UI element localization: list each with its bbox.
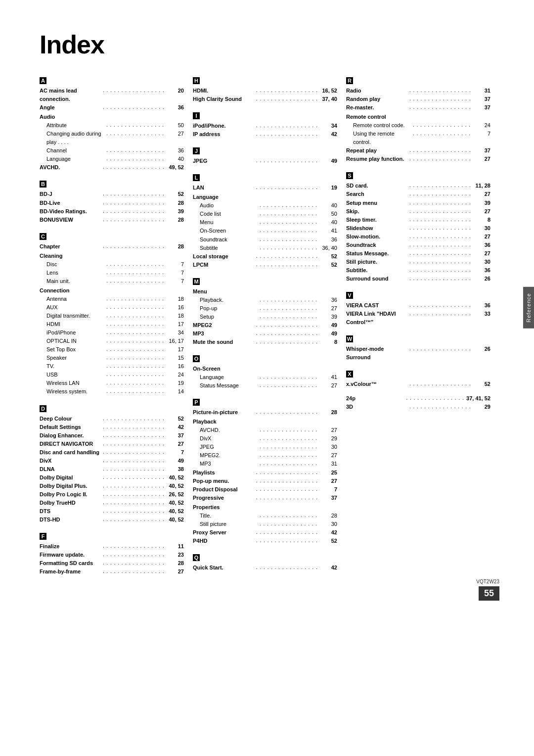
entry-dots: . . . . . . . . . . . . . . . . . . . . bbox=[260, 236, 318, 244]
entry-page: 27 bbox=[319, 426, 337, 434]
index-entry: 3D . . . . . . . . . . . . . . . . . . .… bbox=[346, 403, 490, 411]
entry-page: 11, 28 bbox=[473, 182, 490, 190]
index-entry: Firmware update. . . . . . . . . . . . .… bbox=[40, 551, 184, 559]
entry-dots: . . . . . . . . . . . . . . . . . . . . bbox=[256, 494, 318, 502]
entry-label: Speaker bbox=[40, 354, 105, 362]
entry-label: Channel bbox=[40, 146, 105, 155]
entry-page: 37 bbox=[319, 494, 337, 502]
entry-dots: . . . . . . . . . . . . . . . . . . . . bbox=[103, 207, 165, 216]
entry-label: Code list bbox=[193, 210, 259, 218]
entry-dots: . . . . . . . . . . . . . . . . . . . . bbox=[256, 95, 318, 103]
entry-dots: . . . . . . . . . . . . . . . . . . . . bbox=[103, 507, 165, 516]
entry-page: 36 bbox=[473, 241, 490, 249]
entry-page: 30 bbox=[319, 443, 337, 451]
index-entry: Attribute . . . . . . . . . . . . . . . … bbox=[40, 121, 184, 130]
entry-page: 14 bbox=[166, 387, 184, 396]
entry-dots: . . . . . . . . . . . . . . . . . . . . bbox=[103, 457, 165, 465]
entry-page: 27 bbox=[473, 207, 490, 216]
index-entry: x.vColour™ . . . . . . . . . . . . . . .… bbox=[346, 380, 490, 388]
entry-page: 28 bbox=[166, 559, 184, 567]
entry-page: 24 bbox=[473, 121, 490, 130]
entry-page: 27 bbox=[319, 304, 337, 313]
entry-dots: . . . . . . . . . . . . . . . . . . . . bbox=[409, 403, 472, 411]
entry-page: 50 bbox=[319, 210, 337, 218]
index-entry: iPod/iPhone. . . . . . . . . . . . . . .… bbox=[193, 122, 337, 130]
index-entry: Disc and card handling . . . . . . . . .… bbox=[40, 448, 184, 457]
entry-label: LPCM bbox=[193, 261, 255, 269]
page-footer: VQT2W23 55 bbox=[476, 579, 499, 601]
entry-label: DTS bbox=[40, 507, 102, 516]
entry-label: 3D bbox=[346, 403, 408, 411]
entry-page: 7 bbox=[166, 277, 184, 285]
entry-page: 42 bbox=[166, 423, 184, 431]
entry-label: Angle bbox=[40, 103, 102, 112]
entry-label: Repeat play bbox=[346, 146, 408, 155]
entry-label: OPTICAL IN bbox=[40, 337, 105, 345]
entry-page: 27 bbox=[319, 381, 337, 390]
index-entry: MPEG2. . . . . . . . . . . . . . . . . .… bbox=[193, 451, 337, 460]
index-entry: Setup menu . . . . . . . . . . . . . . .… bbox=[346, 199, 490, 207]
entry-label: Sleep timer. bbox=[346, 216, 408, 224]
entry-dots: . . . . . . . . . . . . . . . . . . . . bbox=[260, 218, 318, 227]
entry-dots: . . . . . . . . . . . . . . . . . . . . bbox=[103, 216, 165, 224]
index-entry: DTS . . . . . . . . . . . . . . . . . . … bbox=[40, 507, 184, 516]
entry-page: 17 bbox=[166, 345, 184, 354]
entry-dots: . . . . . . . . . . . . . . . . . . . . bbox=[106, 337, 165, 345]
entry-label: Disc and card handling bbox=[40, 448, 102, 457]
entry-label: Deep Colour bbox=[40, 415, 102, 423]
index-entry: BD-Video Ratings. . . . . . . . . . . . … bbox=[40, 207, 184, 216]
entry-dots: . . . . . . . . . . . . . . . . . . . . bbox=[409, 275, 472, 283]
entry-dots: . . . . . . . . . . . . . . . . . . . . bbox=[106, 121, 165, 130]
entry-page: 41 bbox=[319, 227, 337, 235]
index-entry: AUX . . . . . . . . . . . . . . . . . . … bbox=[40, 303, 184, 312]
entry-page: 27 bbox=[473, 190, 490, 198]
section-header: Playback bbox=[193, 418, 337, 426]
entry-page: 36 bbox=[319, 296, 337, 304]
entry-dots: . . . . . . . . . . . . . . . . . . . . bbox=[106, 260, 165, 269]
entry-dots: . . . . . . . . . . . . . . . . . . . . bbox=[256, 130, 318, 139]
index-entry: Chapter . . . . . . . . . . . . . . . . … bbox=[40, 242, 184, 251]
entry-label: Using the remote control. bbox=[346, 130, 412, 146]
entry-page: 49, 52 bbox=[166, 163, 184, 172]
index-entry: Language . . . . . . . . . . . . . . . .… bbox=[193, 373, 337, 381]
index-entry: Repeat play . . . . . . . . . . . . . . … bbox=[346, 146, 490, 155]
index-entry: Product Disposal . . . . . . . . . . . .… bbox=[193, 485, 337, 494]
entry-label: Firmware update. bbox=[40, 551, 102, 559]
entry-label: Subtitle. bbox=[346, 266, 408, 275]
entry-dots: . . . . . . . . . . . . . . . . . . . . bbox=[106, 130, 165, 146]
entry-dots: . . . . . . . . . . . . . . . . . . . . bbox=[409, 190, 472, 198]
entry-page: 49 bbox=[166, 457, 184, 465]
entry-page: 40, 52 bbox=[166, 507, 184, 516]
entry-label: Mute the sound bbox=[193, 338, 255, 346]
entry-label: Dolby Digital bbox=[40, 473, 102, 482]
entry-label: Frame-by-frame bbox=[40, 567, 102, 576]
entry-dots: . . . . . . . . . . . . . . . . . . . . bbox=[256, 485, 318, 494]
entry-dots: . . . . . . . . . . . . . . . . . . . . bbox=[256, 564, 318, 572]
entry-page: 52 bbox=[473, 380, 490, 388]
index-entry: Dolby Pro Logic II. . . . . . . . . . . … bbox=[40, 490, 184, 499]
entry-label: Remote control code. bbox=[346, 121, 412, 130]
entry-label: Finalize bbox=[40, 542, 102, 551]
entry-page: 52 bbox=[319, 537, 337, 545]
entry-dots: . . . . . . . . . . . . . . . . . . . . bbox=[260, 451, 318, 460]
entry-page: 28 bbox=[166, 242, 184, 251]
index-entry: Angle . . . . . . . . . . . . . . . . . … bbox=[40, 103, 184, 112]
index-entry: DIRECT NAVIGATOR . . . . . . . . . . . .… bbox=[40, 440, 184, 448]
entry-label: Setup bbox=[193, 313, 259, 321]
index-entry: Resume play function. . . . . . . . . . … bbox=[346, 155, 490, 163]
section-header: Cleaning bbox=[40, 252, 184, 260]
entry-dots: . . . . . . . . . . . . . . . . . . . . bbox=[256, 330, 318, 338]
entry-label: x.vColour™ bbox=[346, 380, 408, 388]
entry-dots: . . . . . . . . . . . . . . . . . . . . bbox=[103, 431, 165, 440]
entry-dots: . . . . . . . . . . . . . . . . . . . . bbox=[103, 516, 165, 524]
section-letter: C bbox=[40, 233, 46, 240]
entry-page: 16, 17 bbox=[166, 337, 184, 345]
index-entry: AC mains lead connection. . . . . . . . … bbox=[40, 87, 184, 103]
entry-page: 36 bbox=[166, 103, 184, 112]
index-entry: Random play . . . . . . . . . . . . . . … bbox=[346, 95, 490, 103]
section-letter: F bbox=[40, 533, 46, 540]
entry-label: P4HD bbox=[193, 537, 255, 545]
index-entry: Quick Start. . . . . . . . . . . . . . .… bbox=[193, 564, 337, 572]
entry-label: HDMI. bbox=[193, 87, 255, 95]
entry-label: Playback. bbox=[193, 296, 259, 304]
